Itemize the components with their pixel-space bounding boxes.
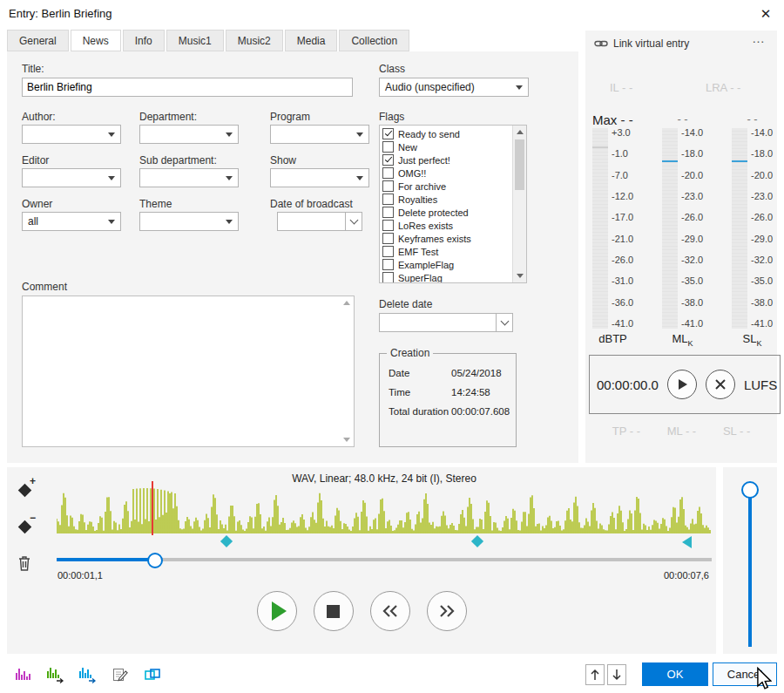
flag-item-label: For archive	[398, 181, 446, 192]
author-select[interactable]	[22, 125, 121, 144]
flag-checkbox[interactable]	[382, 167, 394, 179]
flag-checkbox[interactable]	[382, 154, 394, 166]
show-select[interactable]	[270, 168, 369, 187]
flag-checkbox[interactable]	[382, 141, 394, 153]
flags-listbox[interactable]: Ready to send New Just perfect! OMG!!	[379, 125, 527, 283]
overlapping-frames-icon[interactable]	[143, 665, 162, 684]
edit-pencil-icon[interactable]	[111, 665, 130, 684]
flag-item[interactable]: New	[382, 140, 512, 153]
owner-select[interactable]: all	[22, 212, 121, 231]
theme-select[interactable]	[139, 212, 239, 231]
delete-markers-button[interactable]	[16, 554, 33, 572]
tab[interactable]: Collection	[339, 30, 409, 51]
tab[interactable]: Music1	[166, 30, 224, 51]
meter-tick: -14.0	[681, 128, 703, 138]
flag-item[interactable]: Ready to send	[382, 127, 512, 140]
flag-checkbox[interactable]	[382, 233, 394, 244]
delete-date-label: Delete date	[379, 298, 432, 310]
flag-checkbox[interactable]	[382, 272, 394, 283]
flag-checkbox[interactable]	[382, 180, 394, 192]
flag-checkbox[interactable]	[382, 207, 394, 218]
flag-item[interactable]: Delete protected	[382, 206, 512, 219]
add-marker-button[interactable]	[16, 481, 33, 499]
volume-thumb[interactable]	[741, 481, 759, 499]
subdepartment-label: Sub department:	[139, 154, 217, 166]
program-select[interactable]	[270, 125, 369, 144]
waveform-blue-icon[interactable]	[78, 665, 98, 684]
measure-play-button[interactable]	[667, 370, 697, 399]
flag-checkbox[interactable]	[382, 246, 394, 257]
marker-tools	[16, 481, 33, 572]
tab-label: Media	[297, 35, 326, 47]
ok-button[interactable]: OK	[642, 662, 708, 686]
tab[interactable]: News	[71, 30, 121, 51]
owner-label: Owner	[22, 198, 52, 210]
show-label: Show	[270, 154, 296, 166]
subdepartment-select[interactable]	[139, 168, 239, 187]
measure-cancel-button[interactable]	[706, 370, 735, 399]
volume-track[interactable]	[748, 495, 752, 647]
waveform-display[interactable]: WAV, Linear; 48.0 kHz, 24 bit (I), Stere…	[57, 469, 712, 549]
waveform-magenta-icon[interactable]	[14, 665, 33, 684]
class-select[interactable]: Audio (unspecified)	[379, 78, 529, 97]
tab[interactable]: General	[7, 30, 69, 51]
scroll-down-button[interactable]	[513, 269, 526, 282]
meter-tick: -18.0	[681, 149, 703, 159]
department-select[interactable]	[139, 125, 239, 144]
flag-item[interactable]: LoRes exists	[382, 219, 512, 232]
calendar-dropdown-button[interactable]	[345, 213, 362, 230]
creation-groupbox: Creation Date 05/24/2018 Time 14:24:58 T…	[379, 353, 517, 447]
flag-checkbox[interactable]	[382, 259, 394, 270]
loudness-panel: Link virtual entry … IL - - LRA - - Max …	[585, 31, 777, 463]
flag-item-label: Just perfect!	[398, 155, 450, 166]
flag-item-label: OMG!!	[398, 168, 426, 179]
scroll-up-icon[interactable]	[343, 301, 350, 305]
meter-tick: -29.0	[681, 234, 703, 244]
stop-button[interactable]	[314, 591, 354, 631]
more-options-button[interactable]: …	[752, 31, 765, 45]
link-virtual-entry[interactable]: Link virtual entry	[594, 37, 689, 50]
cancel-button[interactable]: Cancel	[713, 662, 777, 686]
loudness-stat: SL - -	[723, 425, 750, 438]
meter-dbtp: Max - - +3.0-1.0-7.0-12.0-17.0-21.0-26.0…	[592, 112, 633, 348]
editor-select[interactable]	[22, 168, 121, 187]
flag-item[interactable]: EMF Test	[382, 245, 512, 258]
playback-cursor[interactable]	[152, 481, 153, 535]
scroll-up-button[interactable]	[513, 126, 526, 139]
flag-item[interactable]: SuperFlag	[382, 271, 512, 283]
seek-thumb[interactable]	[147, 553, 163, 568]
seek-slider[interactable]	[57, 553, 712, 567]
waveform-green-icon[interactable]	[46, 665, 65, 684]
entry-dialog: Entry: Berlin Briefing ✕ General News In…	[0, 0, 784, 693]
flag-item[interactable]: ExampleFlag	[382, 258, 512, 271]
flags-scrollbar[interactable]	[512, 126, 526, 282]
skip-back-button[interactable]	[370, 591, 410, 631]
close-button[interactable]: ✕	[756, 4, 775, 24]
scroll-down-icon[interactable]	[343, 438, 350, 442]
move-up-button[interactable]	[585, 664, 605, 685]
tab[interactable]: Media	[285, 30, 338, 51]
scrollbar-thumb[interactable]	[515, 139, 524, 190]
flag-item[interactable]: Royalties	[382, 193, 512, 206]
flag-item[interactable]: Keyframes exists	[382, 232, 512, 245]
broadcast-date-picker[interactable]	[277, 212, 362, 231]
skip-forward-button[interactable]	[427, 591, 467, 631]
delete-date-picker[interactable]	[379, 313, 513, 332]
wave-end-marker[interactable]	[682, 536, 692, 548]
chevron-down-icon	[108, 220, 115, 224]
tab[interactable]: Info	[123, 30, 165, 51]
flag-item[interactable]: Just perfect!	[382, 153, 512, 166]
flag-checkbox[interactable]	[382, 128, 394, 139]
flag-item[interactable]: OMG!!	[382, 166, 512, 180]
flag-checkbox[interactable]	[382, 194, 394, 205]
title-input[interactable]	[22, 78, 353, 97]
flag-checkbox[interactable]	[382, 220, 394, 231]
comment-textarea[interactable]	[22, 296, 355, 447]
play-button[interactable]	[257, 591, 297, 631]
meter-tick: -38.0	[751, 298, 773, 308]
remove-marker-button[interactable]	[16, 518, 33, 535]
move-down-button[interactable]	[607, 664, 626, 685]
flag-item[interactable]: For archive	[382, 180, 512, 193]
tab[interactable]: Music2	[226, 30, 283, 51]
calendar-dropdown-button[interactable]	[496, 314, 512, 331]
